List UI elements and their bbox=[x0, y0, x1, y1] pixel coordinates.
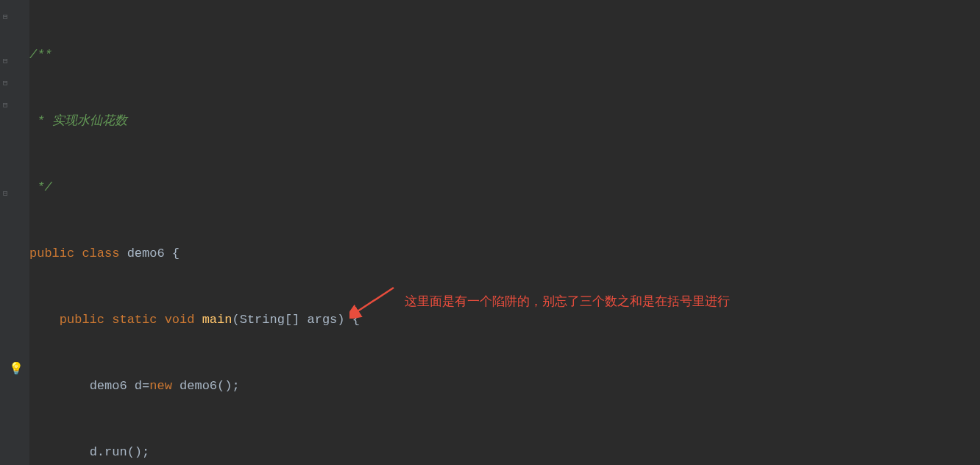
doc-comment: * 实现水仙花数 bbox=[29, 114, 127, 128]
code-line[interactable]: d.run(); bbox=[29, 441, 980, 464]
fold-icon[interactable]: ⊟ bbox=[3, 50, 8, 72]
keyword-void: void bbox=[165, 313, 202, 327]
fold-icon[interactable]: ⊟ bbox=[3, 182, 8, 205]
code-area[interactable]: /** * 实现水仙花数 */ public class demo6 { pub… bbox=[29, 0, 980, 465]
keyword-new: new bbox=[149, 379, 180, 393]
method-name: main bbox=[202, 313, 232, 327]
fold-icon[interactable]: ⊟ bbox=[3, 72, 8, 94]
code-line[interactable]: public class demo6 { bbox=[29, 243, 980, 265]
class-name: demo6 bbox=[127, 246, 172, 260]
keyword-static: static bbox=[112, 313, 164, 327]
annotation-text: 这里面是有一个陷阱的，别忘了三个数之和是在括号里进行 bbox=[405, 291, 730, 313]
code-line[interactable]: * 实现水仙花数 bbox=[29, 110, 980, 132]
keyword-public: public bbox=[29, 246, 82, 260]
svg-line-1 bbox=[355, 288, 394, 313]
code-line[interactable]: demo6 d=new demo6(); bbox=[29, 375, 980, 397]
fold-icon[interactable]: ⊟ bbox=[3, 6, 8, 28]
gutter: ⊟ ⊟ ⊟ ⊟ ⊟ 💡 bbox=[0, 0, 29, 465]
keyword-class: class bbox=[82, 246, 127, 260]
code-line[interactable]: /** bbox=[29, 44, 980, 66]
fold-icon[interactable]: ⊟ bbox=[3, 94, 8, 116]
code-editor[interactable]: ⊟ ⊟ ⊟ ⊟ ⊟ 💡 /** * 实现水仙花数 */ public class… bbox=[0, 0, 980, 465]
intention-bulb-icon[interactable]: 💡 bbox=[9, 358, 21, 370]
doc-comment: */ bbox=[29, 180, 52, 194]
annotation-arrow-icon bbox=[349, 282, 401, 319]
keyword-public: public bbox=[60, 313, 112, 327]
code-line[interactable]: */ bbox=[29, 177, 980, 199]
doc-comment: /** bbox=[29, 48, 52, 62]
